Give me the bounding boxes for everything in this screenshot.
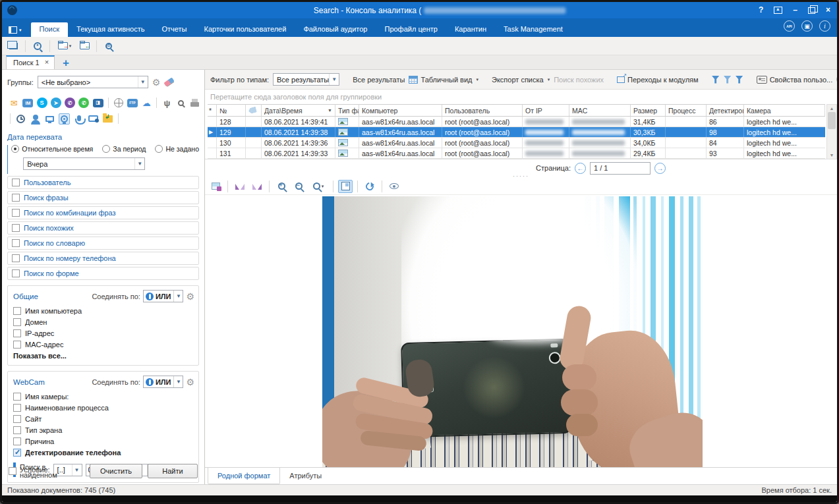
filter-form[interactable]: Поиск по форме: [7, 267, 199, 280]
checkbox-icon[interactable]: [13, 341, 21, 349]
webcam-process-name[interactable]: Наименование процесса: [13, 402, 194, 413]
header-datetime[interactable]: Дата\Время▼: [262, 105, 335, 116]
save-image-button[interactable]: [208, 180, 223, 193]
header-computer[interactable]: Компьютер: [359, 105, 442, 116]
checkbox-icon[interactable]: [13, 437, 21, 445]
device-search-icon[interactable]: [175, 98, 186, 109]
zoom-level-button[interactable]: ▾: [308, 180, 328, 193]
user-activity-icon[interactable]: [30, 113, 41, 125]
groups-select[interactable]: <Не выбрано> ▼: [38, 76, 148, 88]
webcam-site[interactable]: Сайт: [13, 413, 194, 424]
header-camera[interactable]: Камера: [744, 105, 825, 116]
header-process[interactable]: Процесс: [666, 105, 707, 116]
monitor-icon[interactable]: [44, 113, 55, 125]
add-tab-button[interactable]: +: [63, 57, 69, 69]
header-filetype[interactable]: Тип фа: [335, 105, 359, 116]
tab-native-format[interactable]: Родной формат: [208, 468, 280, 484]
common-join-select[interactable]: ИЛИ ▼: [143, 290, 184, 302]
help-button[interactable]: ?: [759, 5, 763, 15]
clock-icon[interactable]: [15, 113, 26, 125]
checkbox-icon[interactable]: [13, 393, 21, 401]
filter-funnel-2-button[interactable]: [724, 76, 732, 84]
user-search-button[interactable]: [30, 40, 45, 53]
fit-to-window-button[interactable]: [338, 180, 353, 193]
webcam-icon[interactable]: [59, 113, 70, 125]
eraser-icon[interactable]: [164, 77, 175, 86]
filter-user[interactable]: Пользователь: [7, 176, 199, 189]
zoom-out-button[interactable]: −: [291, 180, 306, 193]
webcam-join-select[interactable]: ИЛИ ▼: [143, 376, 184, 388]
webcam-settings-icon[interactable]: ⚙: [186, 378, 194, 387]
menu-tab-search[interactable]: Поиск: [31, 22, 68, 37]
tab-attributes[interactable]: Атрибуты: [280, 468, 331, 484]
search-by-id-button[interactable]: ID: [101, 40, 116, 53]
common-computer-name[interactable]: Имя компьютера: [13, 305, 194, 316]
header-marker[interactable]: *: [208, 105, 217, 116]
find-button[interactable]: Найти: [148, 464, 198, 478]
header-mac[interactable]: MAC: [569, 105, 631, 116]
show-all-link[interactable]: Показать все...: [13, 352, 194, 360]
checkbox-icon[interactable]: [12, 224, 20, 232]
minimize-button[interactable]: –: [793, 5, 797, 15]
export-query-button[interactable]: ▾: [55, 40, 74, 53]
menu-tab-user-cards[interactable]: Карточки пользователей: [195, 22, 295, 37]
mail-icon[interactable]: ✉: [9, 98, 19, 109]
checkbox-icon[interactable]: [13, 329, 21, 337]
checkbox-icon[interactable]: [13, 404, 21, 412]
scroll-down-icon[interactable]: ▼: [830, 152, 834, 159]
checkbox-icon[interactable]: [12, 209, 20, 217]
app-menu-button[interactable]: ▾: [9, 25, 22, 34]
checkbox-icon[interactable]: [13, 415, 21, 423]
group-by-hint[interactable]: Перетащите сюда заголовок поля для групп…: [205, 90, 837, 103]
header-num[interactable]: №: [217, 105, 246, 116]
table-scrollbar[interactable]: ▲ ▼: [826, 104, 837, 159]
filter-by-type-select[interactable]: Все результаты ▼: [273, 73, 339, 86]
prev-page-button[interactable]: ←: [575, 163, 586, 174]
refresh-button[interactable]: [362, 180, 377, 193]
api-icon[interactable]: [784, 20, 795, 32]
menu-tab-task-management[interactable]: Task Management: [495, 22, 571, 37]
filter-funnel-3-button[interactable]: [736, 76, 743, 84]
filter-phrase[interactable]: Поиск фразы: [7, 191, 199, 204]
filter-funnel-1-button[interactable]: [712, 76, 720, 84]
header-tag[interactable]: [246, 105, 262, 116]
menu-tab-profile-center[interactable]: Профайл центр: [376, 22, 446, 37]
radio-for-period[interactable]: За период: [102, 145, 146, 153]
header-size[interactable]: Размер: [631, 105, 666, 116]
menu-tab-current-activity[interactable]: Текущая активность: [68, 22, 153, 37]
search-in-found[interactable]: Поиск в найденном: [9, 463, 84, 479]
relative-date-select[interactable]: Вчера ▼: [23, 157, 145, 170]
whatsapp-icon[interactable]: ✆: [78, 98, 89, 109]
filter-phone-number[interactable]: Поиск по номеру телефона: [7, 252, 199, 265]
common-settings-icon[interactable]: ⚙: [186, 292, 194, 301]
next-page-button[interactable]: →: [654, 163, 666, 174]
checkbox-icon[interactable]: [12, 269, 20, 277]
printer-icon[interactable]: [190, 98, 200, 109]
im-icon[interactable]: IM: [22, 98, 33, 109]
table-row[interactable]: 131 08.06.2021 14:39:33 aas-w81x64ru.aas…: [208, 148, 825, 159]
modules-icon[interactable]: [801, 20, 813, 32]
checkbox-icon[interactable]: [12, 254, 20, 262]
checkbox-icon[interactable]: [9, 467, 16, 475]
skype-icon[interactable]: S: [36, 98, 47, 109]
page-input[interactable]: 1 / 1: [590, 162, 651, 175]
common-domain[interactable]: Домен: [13, 316, 194, 327]
all-results-button[interactable]: Все результаты: [353, 76, 405, 84]
restore-button[interactable]: [808, 7, 815, 14]
radio-relative-time[interactable]: Относительное время: [11, 145, 93, 153]
folder-import-icon[interactable]: [102, 113, 113, 125]
webcam-reason[interactable]: Причина: [13, 435, 194, 447]
user-properties-button[interactable]: Свойства пользо...: [757, 76, 833, 84]
header-from-ip[interactable]: От IP: [523, 105, 569, 116]
chat-export-icon[interactable]: ◨: [92, 98, 103, 109]
filter-dictionary[interactable]: Поиск по словарю: [7, 237, 199, 250]
telegram-icon[interactable]: ➤: [51, 98, 61, 109]
webcam-camera-name[interactable]: Имя камеры:: [13, 391, 194, 402]
viber-icon[interactable]: ✆: [65, 98, 75, 109]
table-row[interactable]: 128 08.06.2021 14:39:41 aas-w81x64ru.aas…: [208, 117, 825, 127]
info-icon[interactable]: [819, 20, 830, 32]
common-mac[interactable]: MAC-адрес: [13, 339, 194, 350]
webcam-screen-type[interactable]: Тип экрана: [13, 424, 194, 435]
header-detected[interactable]: Детектирова: [707, 105, 744, 116]
flip-right-button[interactable]: [250, 180, 264, 193]
